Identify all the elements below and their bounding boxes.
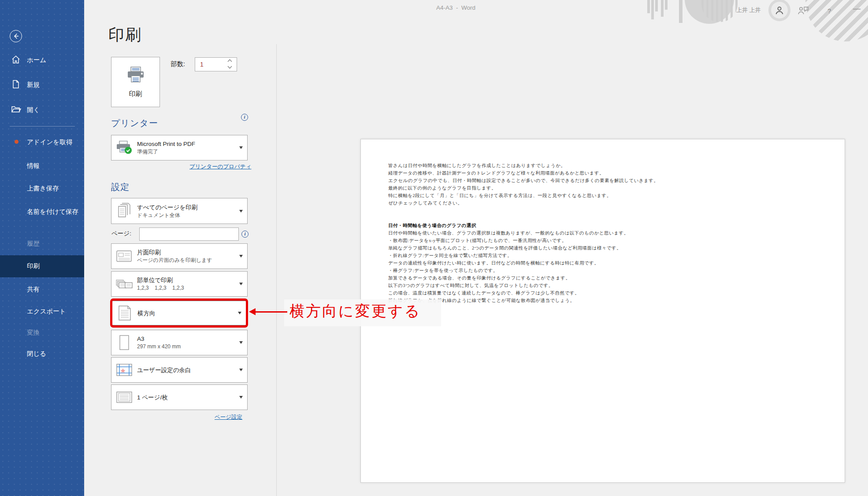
copies-value[interactable]: 1: [200, 61, 204, 68]
printer-status: 準備完了: [137, 149, 236, 155]
annotation-arrow-icon: [255, 311, 287, 313]
back-arrow-icon: [12, 33, 19, 40]
home-icon: [11, 55, 21, 66]
print-range-dropdown[interactable]: すべてのページを印刷 ドキュメント全体: [111, 198, 248, 224]
open-folder-icon: [11, 104, 22, 116]
feedback-icon[interactable]: [798, 5, 809, 17]
document-line: この場合、温度は積算量ではなく連続したデータなので、棒グラフは少し不自然です。: [388, 289, 829, 297]
page-title: 印刷: [108, 24, 142, 46]
titlebar-right-area: 上井 上井 ? —: [639, 0, 868, 35]
document-line: エクセルのグラフの中でも、日付・時間軸は設定できることが多いので、今回できるだけ…: [388, 177, 829, 184]
copies-increment-button[interactable]: [228, 60, 233, 64]
copies-decrement-button[interactable]: [228, 65, 233, 69]
backstage-sidebar: ホーム 新規 開く アドインを取得 情報 上書き保存 名前を付けて保存 履歴 印…: [0, 0, 84, 496]
minimize-button[interactable]: —: [853, 4, 861, 13]
copies-stepper[interactable]: 1: [195, 57, 237, 71]
word-print-backstage: A4-A3 - Word 上井 上井 ? —: [0, 0, 868, 496]
decoration-bar: [655, 0, 658, 11]
pages-info-icon[interactable]: i: [241, 231, 249, 238]
printer-icon: [126, 66, 146, 86]
page-setup-link[interactable]: ページ設定: [215, 414, 242, 421]
collated-icon: [111, 277, 137, 291]
back-button[interactable]: [10, 30, 22, 42]
chevron-down-icon: [239, 210, 243, 213]
margins-dropdown[interactable]: ユーザー設定の余白: [111, 357, 248, 383]
sidebar-divider: [10, 126, 75, 127]
document-line: ・折れ線グラフ:データ同士を線で繋いだ描写方法です。: [388, 252, 829, 259]
copies-label: 部数:: [171, 60, 185, 68]
duplex-dropdown[interactable]: 片面印刷 ページの片面のみを印刷します: [111, 243, 248, 269]
print-button-label: 印刷: [129, 90, 142, 98]
chevron-down-icon: [239, 146, 243, 149]
window-title: A4-A3 - Word: [436, 4, 475, 11]
document-line: 皆さんは日付や時間を横軸にしたグラフを作成したことはありますでしょうか。: [388, 162, 829, 169]
margins-icon: [111, 363, 137, 377]
pages-label: ページ:: [111, 230, 131, 238]
printer-properties-link[interactable]: プリンターのプロパティ: [189, 163, 251, 171]
decoration-bar: [647, 0, 650, 13]
new-document-icon: [11, 79, 21, 90]
document-line: [388, 214, 829, 222]
document-line: 加算できるデータである場合、その量を印象付けるグラフにすることができます。: [388, 274, 829, 282]
chevron-down-icon: [239, 369, 243, 371]
chevron-down-icon: [239, 341, 243, 344]
document-line: 折れ線グラフか、点を折れ線のように線で繋ぐことが可能な散布図が適当でしょう。: [388, 297, 829, 304]
avatar[interactable]: [768, 0, 790, 21]
document-line: [388, 207, 829, 214]
printer-ready-icon: [111, 141, 137, 155]
document-line: 日付や時間軸を使いたい場合、グラフの選択肢は複数ありますが、一般的なものは以下の…: [388, 229, 829, 237]
panel-divider: [276, 44, 277, 496]
decoration-bar: [661, 0, 664, 17]
decoration-bar: [651, 0, 654, 19]
decoration-bar: [679, 0, 683, 23]
chevron-down-icon: [239, 283, 243, 285]
document-line: 単純なグラフ描写はもちろんのこと、2つのデータ間の関連性を評価したい場合など利用…: [388, 244, 829, 252]
printer-selector[interactable]: Microsoft Print to PDF 準備完了: [111, 135, 248, 160]
decoration-bar: [665, 0, 668, 10]
document-line: ぜひチェックしてみてください。: [388, 199, 829, 207]
print-all-pages-icon: [111, 203, 137, 220]
account-user-name[interactable]: 上井 上井: [736, 6, 761, 14]
document-line: 特に横軸を2段にして「月」と「日にち」を分けて表示する方法は、一段と見やすくなる…: [388, 192, 829, 199]
pages-per-sheet-icon: [111, 391, 137, 404]
print-button[interactable]: 印刷: [111, 57, 160, 107]
document-text: 皆さんは日付や時間を横軸にしたグラフを作成したことはありますでしょうか。 経理デ…: [388, 162, 829, 304]
document-line: 経理データの推移や、計器計測データのトレンドグラフなど様々な利用場面があるかと思…: [388, 169, 829, 177]
document-line: データの連続性を印象付けたい時に使います。日付などの時間を横軸にする時は特に有用…: [388, 259, 829, 267]
document-heading: 日付・時間軸を使う場合のグラフの選択: [388, 222, 829, 229]
one-sided-icon: [111, 250, 137, 263]
document-line: ・散布図:データをx-y平面にプロット(描写)したもので、一番汎用性が高いです。: [388, 237, 829, 244]
paper-size-dropdown[interactable]: A3 297 mm x 420 mm: [111, 330, 248, 355]
annotation-text: 横方向に変更する: [289, 301, 421, 321]
document-line: 以下の3つのグラフはすべて時間に対して、気温をプロットしたものです。: [388, 282, 829, 289]
avatar-person-icon: [771, 2, 788, 19]
document-line: ・棒グラフ:データを帯を使って示したものです。: [388, 267, 829, 274]
paper-size-icon: [111, 335, 137, 351]
pages-per-sheet-dropdown[interactable]: 1 ページ/枚: [111, 384, 248, 410]
collation-dropdown[interactable]: 部単位で印刷 1,2,3 1,2,3 1,2,3: [111, 271, 248, 297]
pages-input[interactable]: [139, 227, 239, 241]
document-line: 最終的に以下の例のようなグラフを目指します。: [388, 184, 829, 192]
printer-name: Microsoft Print to PDF: [137, 141, 236, 147]
annotation-highlight-box: [110, 298, 248, 328]
printer-section-header: プリンター: [111, 117, 158, 129]
help-icon[interactable]: ?: [827, 7, 831, 15]
chevron-down-icon: [239, 255, 243, 257]
settings-section-header: 設定: [111, 181, 130, 193]
addin-dot-icon: [15, 140, 19, 144]
printer-info-icon[interactable]: i: [241, 114, 248, 121]
chevron-down-icon: [239, 396, 243, 399]
